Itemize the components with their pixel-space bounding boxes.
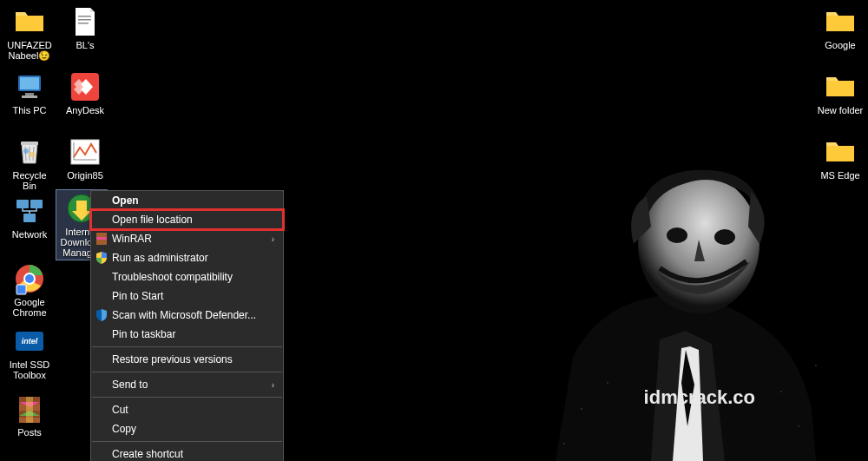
icon-label: Recycle Bin (5, 170, 54, 191)
icon-label: Google (825, 40, 855, 50)
menu-create-shortcut[interactable]: Create shortcut (91, 445, 283, 461)
svg-rect-10 (78, 19, 91, 21)
menu-label: Pin to Start (112, 290, 163, 302)
desktop-icon-newfolder[interactable]: New folder (814, 69, 866, 117)
folder-icon (13, 5, 46, 38)
menu-winrar[interactable]: WinRAR › (91, 229, 283, 248)
menu-label: Cut (112, 404, 128, 416)
menu-label: Restore previous versions (112, 353, 233, 366)
menu-run-as-admin[interactable]: Run as administrator (91, 248, 283, 267)
anydesk-icon (69, 70, 102, 103)
desktop-icon-intelssd[interactable]: intel Intel SSD Toolbox (3, 323, 56, 382)
menu-label: Pin to taskbar (112, 328, 175, 340)
svg-point-8 (815, 365, 817, 366)
network-icon (13, 194, 46, 227)
svg-rect-15 (22, 95, 37, 98)
submenu-arrow-icon: › (272, 234, 274, 244)
svg-rect-29 (16, 285, 26, 294)
menu-separator (92, 397, 282, 398)
menu-separator (92, 372, 282, 372)
svg-rect-17 (21, 142, 38, 145)
desktop-icon-network[interactable]: Network (3, 193, 56, 241)
svg-point-1 (667, 227, 687, 243)
svg-point-18 (23, 148, 29, 154)
svg-point-2 (714, 229, 735, 245)
menu-label: Send to (112, 379, 148, 391)
text-file-icon (69, 5, 102, 38)
menu-send-to[interactable]: Send to › (91, 375, 283, 394)
menu-open-file-location[interactable]: Open file location (91, 210, 283, 229)
desktop-icon-msedge[interactable]: MS Edge (814, 134, 866, 182)
svg-rect-22 (30, 200, 43, 208)
svg-rect-37 (96, 237, 107, 240)
svg-point-0 (638, 175, 760, 313)
winrar-icon (13, 392, 46, 425)
menu-label: WinRAR (112, 233, 152, 245)
desktop-icon-bls[interactable]: BL's (59, 3, 111, 52)
icon-label: Origin85 (67, 170, 103, 181)
menu-label: Create shortcut (112, 448, 183, 460)
svg-rect-9 (78, 16, 91, 17)
menu-label: Scan with Microsoft Defender... (112, 309, 256, 321)
menu-label: Open (112, 194, 139, 207)
recycle-bin-icon (13, 135, 46, 168)
desktop-icon-thispc[interactable]: This PC (3, 69, 56, 117)
submenu-arrow-icon: › (272, 380, 274, 390)
menu-scan-defender[interactable]: Scan with Microsoft Defender... (91, 306, 283, 325)
menu-label: Copy (112, 423, 136, 435)
desktop-icon-recyclebin[interactable]: Recycle Bin (3, 134, 56, 193)
icon-label: Posts (17, 427, 42, 438)
menu-pin-start[interactable]: Pin to Start (91, 286, 283, 306)
desktop-icon-google[interactable]: Google (814, 3, 866, 52)
svg-rect-35 (26, 397, 33, 423)
watermark-text: idmcrack.co (644, 386, 755, 409)
menu-copy[interactable]: Copy (91, 419, 283, 438)
icon-label: BL's (76, 40, 94, 50)
intel-icon: intel (13, 325, 46, 358)
svg-rect-23 (23, 214, 36, 222)
menu-open[interactable]: Open (91, 191, 283, 210)
desktop-icon-origin85[interactable]: Origin85 (59, 134, 111, 182)
icon-label: New folder (818, 105, 864, 115)
menu-label: Troubleshoot compatibility (112, 271, 233, 283)
svg-point-3 (581, 408, 582, 410)
menu-label: Open file location (112, 214, 193, 226)
desktop-icon-anydesk[interactable]: AnyDesk (59, 69, 111, 117)
winrar-icon (95, 232, 108, 246)
menu-restore-versions[interactable]: Restore previous versions (91, 350, 283, 369)
defender-shield-icon (95, 308, 108, 322)
icon-label: MS Edge (820, 170, 859, 181)
context-menu: Open Open file location WinRAR › Run as … (90, 190, 284, 461)
desktop-icon-posts[interactable]: Posts (3, 391, 56, 439)
svg-rect-11 (78, 23, 89, 24)
svg-rect-14 (25, 93, 34, 95)
menu-troubleshoot[interactable]: Troubleshoot compatibility (91, 267, 283, 286)
menu-separator (92, 346, 282, 347)
svg-point-28 (25, 274, 34, 283)
menu-cut[interactable]: Cut (91, 400, 283, 419)
icon-label: AnyDesk (66, 105, 104, 115)
svg-rect-13 (20, 77, 39, 89)
folder-icon (824, 70, 857, 103)
shield-icon (95, 251, 108, 265)
desktop-icon-unfazed[interactable]: UNFAZED Nabeel😉 (3, 3, 56, 63)
svg-point-7 (563, 443, 565, 445)
menu-label: Run as administrator (112, 252, 208, 264)
chrome-icon (13, 262, 46, 295)
wallpaper-figure (512, 131, 842, 461)
origin-icon (69, 135, 102, 168)
computer-icon (13, 70, 46, 103)
icon-label: Intel SSD Toolbox (5, 359, 54, 380)
svg-text:intel: intel (22, 337, 38, 346)
svg-point-5 (780, 391, 782, 392)
icon-label: Network (12, 229, 47, 240)
svg-rect-20 (71, 140, 99, 164)
menu-pin-taskbar[interactable]: Pin to taskbar (91, 325, 283, 344)
menu-separator (92, 441, 282, 442)
svg-rect-21 (16, 200, 29, 208)
icon-label: This PC (12, 105, 46, 115)
folder-icon (824, 5, 857, 38)
svg-point-4 (607, 382, 608, 384)
folder-icon (824, 135, 857, 168)
desktop-icon-chrome[interactable]: Google Chrome (3, 260, 56, 319)
